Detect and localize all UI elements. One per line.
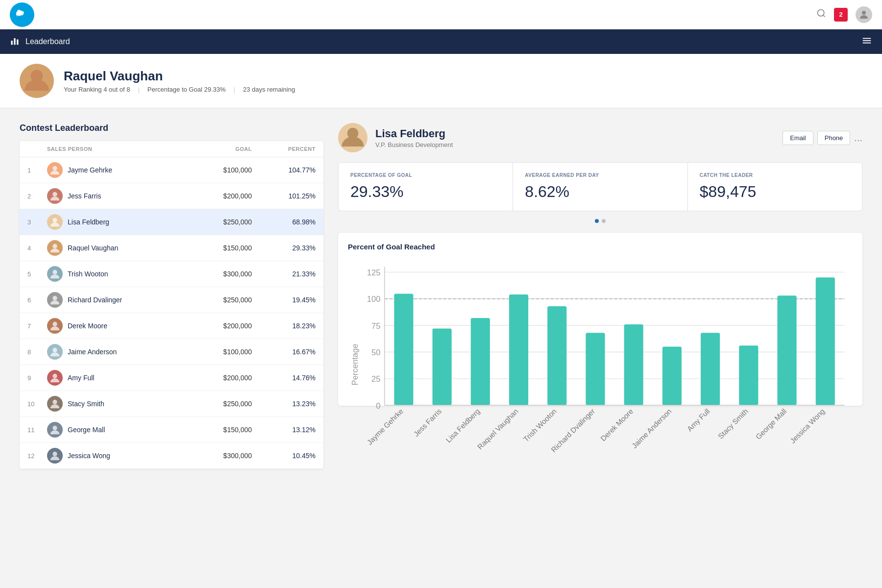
- row-person: Raquel Vaughan: [47, 240, 188, 256]
- row-goal: $150,000: [188, 426, 252, 434]
- person-detail-info: Lisa Feldberg V.P. Business Development: [375, 127, 453, 148]
- row-avatar: [47, 344, 63, 360]
- row-rank: 9: [27, 374, 47, 382]
- person-detail-avatar: [338, 123, 368, 152]
- salesforce-logo[interactable]: sf: [10, 2, 34, 27]
- row-avatar: [47, 422, 63, 438]
- table-row[interactable]: 8 Jaime Anderson $100,000 16.67%: [20, 339, 323, 365]
- row-person: Stacy Smith: [47, 396, 188, 412]
- row-goal: $250,000: [188, 400, 252, 408]
- svg-point-3: [862, 11, 866, 15]
- svg-point-14: [52, 244, 57, 248]
- search-icon[interactable]: [816, 8, 826, 21]
- leaderboard-title: Contest Leaderboard: [20, 123, 323, 133]
- svg-text:75: 75: [371, 321, 380, 331]
- table-row[interactable]: 5 Trish Wooton $300,000 21.33%: [20, 261, 323, 287]
- profile-avatar: [20, 64, 54, 98]
- svg-rect-40: [433, 329, 452, 405]
- table-row[interactable]: 10 Stacy Smith $250,000 13.23%: [20, 391, 323, 417]
- stat-card: AVERAGE EARNED PER DAY 8.62%: [513, 163, 687, 211]
- svg-text:Amy Full: Amy Full: [686, 407, 711, 433]
- row-person: George Mall: [47, 422, 188, 438]
- row-person: Jessica Wong: [47, 448, 188, 464]
- svg-line-2: [823, 15, 825, 17]
- table-row[interactable]: 12 Jessica Wong $300,000 10.45%: [20, 443, 323, 469]
- svg-point-1: [818, 10, 824, 16]
- phone-button[interactable]: Phone: [817, 131, 851, 145]
- pagination-dot-2[interactable]: [602, 219, 606, 223]
- row-percent: 14.76%: [252, 374, 316, 382]
- row-goal: $200,000: [188, 322, 252, 330]
- svg-text:25: 25: [371, 374, 380, 384]
- svg-text:Raquel Vaughan: Raquel Vaughan: [476, 407, 520, 451]
- stat-label: CATCH THE LEADER: [700, 172, 850, 178]
- svg-rect-58: [777, 295, 796, 405]
- table-row[interactable]: 6 Richard Dvalinger $250,000 19.45%: [20, 287, 323, 313]
- row-person: Richard Dvalinger: [47, 292, 188, 308]
- user-avatar[interactable]: [856, 6, 872, 23]
- table-row[interactable]: 4 Raquel Vaughan $150,000 29.33%: [20, 235, 323, 261]
- notification-badge[interactable]: 2: [834, 8, 848, 22]
- detail-actions: Email Phone ...: [783, 131, 862, 145]
- row-person: Jess Farris: [47, 188, 188, 204]
- row-percent: 104.77%: [252, 166, 316, 174]
- sub-nav-left: Leaderboard: [10, 36, 70, 48]
- svg-rect-56: [739, 345, 758, 405]
- profile-info: Raquel Vaughan Your Ranking 4 out of 8 |…: [64, 69, 295, 93]
- svg-text:0: 0: [376, 401, 380, 411]
- pipe-2: |: [234, 86, 235, 93]
- svg-text:Jayme Gehrke: Jayme Gehrke: [365, 407, 405, 446]
- svg-rect-50: [624, 324, 643, 405]
- table-row[interactable]: 2 Jess Farris $200,000 101.25%: [20, 183, 323, 209]
- row-percent: 29.33%: [252, 244, 316, 252]
- pagination-dots: [338, 219, 862, 223]
- row-rank: 8: [27, 348, 47, 356]
- row-rank: 10: [27, 400, 47, 408]
- svg-rect-48: [586, 333, 605, 405]
- more-options-button[interactable]: ...: [854, 131, 862, 145]
- row-avatar: [47, 292, 63, 308]
- svg-text:Trish Wooton: Trish Wooton: [522, 407, 558, 443]
- svg-point-12: [52, 192, 57, 196]
- col-percent: PERCENT: [252, 146, 316, 152]
- svg-point-18: [52, 348, 57, 352]
- person-name: Lisa Feldberg: [375, 127, 453, 140]
- menu-icon[interactable]: [861, 35, 872, 49]
- table-row[interactable]: 11 George Mall $150,000 13.12%: [20, 417, 323, 443]
- profile-meta: Your Ranking 4 out of 8 | Percentage to …: [64, 86, 295, 93]
- row-person: Jaime Anderson: [47, 344, 188, 360]
- table-row[interactable]: 7 Derek Moore $200,000 18.23%: [20, 313, 323, 339]
- svg-point-22: [52, 452, 57, 456]
- row-percent: 13.12%: [252, 426, 316, 434]
- pagination-dot-1[interactable]: [595, 219, 599, 223]
- row-percent: 16.67%: [252, 348, 316, 356]
- table-row[interactable]: 3 Lisa Feldberg $250,000 68.98%: [20, 209, 323, 235]
- chart-section: Percent of Goal Reached 0255075100125Per…: [338, 233, 862, 406]
- svg-text:Lisa Feldberg: Lisa Feldberg: [444, 407, 481, 444]
- row-name: Richard Dvalinger: [68, 296, 122, 304]
- row-name: Trish Wooton: [68, 270, 108, 278]
- svg-rect-44: [509, 294, 528, 405]
- svg-point-15: [52, 270, 57, 274]
- stats-cards: PERCENTAGE OF GOAL 29.33% AVERAGE EARNED…: [338, 162, 862, 211]
- svg-text:Stacy Smith: Stacy Smith: [716, 407, 750, 440]
- svg-rect-38: [394, 294, 413, 405]
- table-row[interactable]: 1 Jayme Gehrke $100,000 104.77%: [20, 157, 323, 183]
- profile-header: Raquel Vaughan Your Ranking 4 out of 8 |…: [0, 54, 882, 108]
- svg-rect-4: [11, 41, 13, 45]
- row-name: George Mall: [68, 426, 105, 434]
- row-name: Jayme Gehrke: [68, 166, 112, 174]
- stat-value: 29.33%: [350, 183, 501, 201]
- row-rank: 7: [27, 322, 47, 330]
- svg-text:George Mall: George Mall: [754, 407, 788, 441]
- row-avatar: [47, 188, 63, 204]
- svg-rect-54: [701, 333, 720, 405]
- svg-rect-52: [662, 347, 682, 405]
- row-percent: 13.23%: [252, 400, 316, 408]
- row-rank: 6: [27, 296, 47, 304]
- email-button[interactable]: Email: [783, 131, 813, 145]
- col-rank: [27, 146, 47, 152]
- table-row[interactable]: 9 Amy Full $200,000 14.76%: [20, 365, 323, 391]
- stat-card: CATCH THE LEADER $89,475: [688, 163, 862, 211]
- profile-percentage: Percentage to Goal 29.33%: [147, 86, 226, 93]
